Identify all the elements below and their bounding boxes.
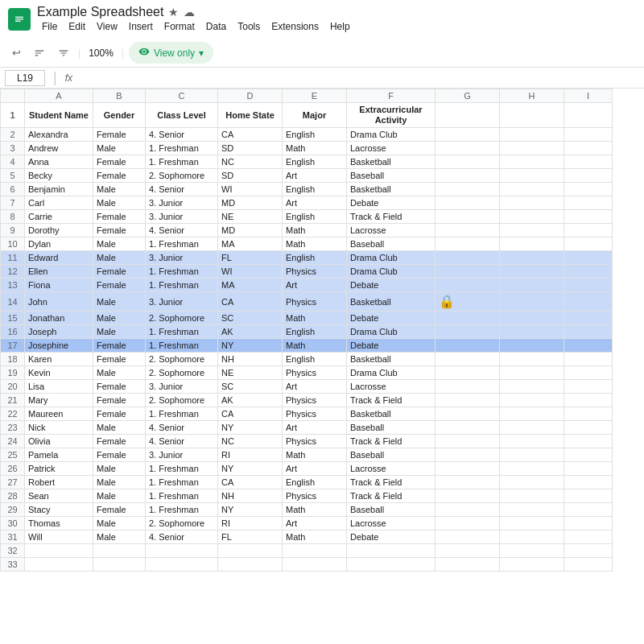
cell-6-4[interactable]: English [283, 183, 347, 196]
formula-input[interactable] [77, 71, 639, 85]
cell-27-5[interactable]: Track & Field [347, 476, 436, 489]
cell-20-2[interactable]: 3. Junior [146, 380, 218, 394]
cell-30-6[interactable] [436, 517, 500, 530]
header-cell-2[interactable]: Class Level [146, 103, 218, 128]
cell-28-4[interactable]: Physics [283, 489, 347, 503]
menu-item-format[interactable]: Format [159, 19, 200, 34]
cell-8-2[interactable]: 3. Junior [146, 210, 218, 224]
cell-29-5[interactable]: Baseball [347, 503, 436, 517]
cell-26-7[interactable] [500, 462, 564, 476]
cell-32-6[interactable] [436, 544, 500, 558]
cell-4-1[interactable]: Female [93, 155, 146, 169]
spreadsheet-grid[interactable]: A B C D E F G H I 1Student NameGenderCla… [0, 89, 644, 620]
cell-31-5[interactable]: Debate [347, 530, 436, 544]
cell-14-1[interactable]: Male [93, 292, 146, 312]
cell-15-6[interactable] [436, 312, 500, 325]
table-row[interactable]: 25PamelaFemale3. JuniorRIMathBaseball [1, 448, 613, 462]
cell-9-1[interactable]: Female [93, 224, 146, 237]
cell-15-8[interactable] [564, 312, 613, 325]
col-header-i[interactable]: I [564, 89, 613, 103]
cell-9-7[interactable] [500, 224, 564, 237]
cell-7-6[interactable] [436, 196, 500, 210]
cell-29-4[interactable]: Math [283, 503, 347, 517]
cell-18-3[interactable]: NH [218, 353, 283, 366]
header-cell-3[interactable]: Home State [218, 103, 283, 128]
cell-24-3[interactable]: NC [218, 435, 283, 448]
cell-15-2[interactable]: 2. Sophomore [146, 312, 218, 325]
cell-23-5[interactable]: Baseball [347, 421, 436, 435]
header-cell-1[interactable]: Gender [93, 103, 146, 128]
cell-19-7[interactable] [500, 366, 564, 380]
cell-31-6[interactable] [436, 530, 500, 544]
cell-8-8[interactable] [564, 210, 613, 224]
cell-2-2[interactable]: 4. Senior [146, 128, 218, 142]
header-cell-8[interactable] [564, 103, 613, 128]
cell-18-4[interactable]: English [283, 353, 347, 366]
header-cell-4[interactable]: Major [283, 103, 347, 128]
cell-19-8[interactable] [564, 366, 613, 380]
cell-25-7[interactable] [500, 448, 564, 462]
cell-10-4[interactable]: Math [283, 237, 347, 251]
cell-28-0[interactable]: Sean [25, 489, 93, 503]
cell-27-8[interactable] [564, 476, 613, 489]
cell-15-7[interactable] [500, 312, 564, 325]
cell-13-4[interactable]: Art [283, 279, 347, 292]
cell-15-0[interactable]: Jonathan [25, 312, 93, 325]
cell-7-0[interactable]: Carl [25, 196, 93, 210]
undo-button[interactable]: ↩ [8, 44, 25, 61]
cell-31-3[interactable]: FL [218, 530, 283, 544]
cell-17-6[interactable] [436, 339, 500, 353]
cell-9-8[interactable] [564, 224, 613, 237]
cell-25-1[interactable]: Female [93, 448, 146, 462]
table-row[interactable]: 13FionaFemale1. FreshmanMAArtDebate [1, 279, 613, 292]
cell-29-6[interactable] [436, 503, 500, 517]
cell-14-6[interactable]: 🔒 [436, 292, 500, 312]
cell-19-6[interactable] [436, 366, 500, 380]
table-row[interactable]: 2AlexandraFemale4. SeniorCAEnglishDrama … [1, 128, 613, 142]
cell-2-7[interactable] [500, 128, 564, 142]
table-row[interactable]: 27RobertMale1. FreshmanCAEnglishTrack & … [1, 476, 613, 489]
cell-15-5[interactable]: Debate [347, 312, 436, 325]
cell-8-0[interactable]: Carrie [25, 210, 93, 224]
table-row[interactable]: 6BenjaminMale4. SeniorWIEnglishBasketbal… [1, 183, 613, 196]
cell-6-8[interactable] [564, 183, 613, 196]
cell-11-7[interactable] [500, 251, 564, 265]
cell-13-6[interactable] [436, 279, 500, 292]
cell-2-4[interactable]: English [283, 128, 347, 142]
cell-27-4[interactable]: English [283, 476, 347, 489]
cell-22-6[interactable] [436, 407, 500, 421]
cell-25-2[interactable]: 3. Junior [146, 448, 218, 462]
cell-13-1[interactable]: Female [93, 279, 146, 292]
cell-10-3[interactable]: MA [218, 237, 283, 251]
cell-3-1[interactable]: Male [93, 142, 146, 155]
cell-29-2[interactable]: 1. Freshman [146, 503, 218, 517]
col-header-b[interactable]: B [93, 89, 146, 103]
cell-7-7[interactable] [500, 196, 564, 210]
cell-23-4[interactable]: Art [283, 421, 347, 435]
cell-6-6[interactable] [436, 183, 500, 196]
cell-3-5[interactable]: Lacrosse [347, 142, 436, 155]
cell-13-5[interactable]: Debate [347, 279, 436, 292]
menu-item-help[interactable]: Help [325, 19, 355, 34]
cell-21-7[interactable] [500, 394, 564, 407]
cell-19-2[interactable]: 2. Sophomore [146, 366, 218, 380]
cell-2-8[interactable] [564, 128, 613, 142]
cell-18-1[interactable]: Female [93, 353, 146, 366]
cell-17-5[interactable]: Debate [347, 339, 436, 353]
cell-21-3[interactable]: AK [218, 394, 283, 407]
col-header-d[interactable]: D [218, 89, 283, 103]
cell-7-5[interactable]: Debate [347, 196, 436, 210]
table-row[interactable]: 30ThomasMale2. SophomoreRIArtLacrosse [1, 517, 613, 530]
cell-16-6[interactable] [436, 325, 500, 339]
cell-26-6[interactable] [436, 462, 500, 476]
cell-15-1[interactable]: Male [93, 312, 146, 325]
cell-16-1[interactable]: Male [93, 325, 146, 339]
cell-33-5[interactable] [347, 558, 436, 572]
cell-12-0[interactable]: Ellen [25, 265, 93, 279]
cell-8-4[interactable]: English [283, 210, 347, 224]
cell-9-4[interactable]: Math [283, 224, 347, 237]
cell-13-0[interactable]: Fiona [25, 279, 93, 292]
cell-31-7[interactable] [500, 530, 564, 544]
cell-14-2[interactable]: 3. Junior [146, 292, 218, 312]
cell-17-4[interactable]: Math [283, 339, 347, 353]
